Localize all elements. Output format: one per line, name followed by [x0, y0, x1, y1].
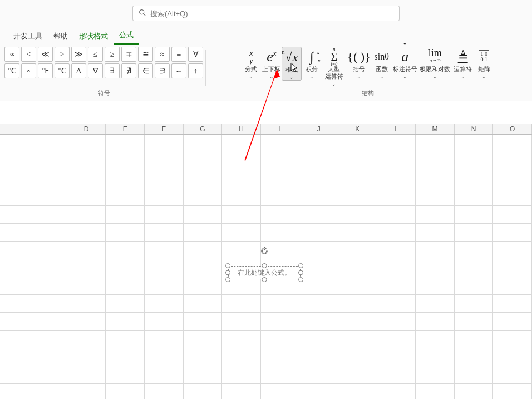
cell[interactable]: [377, 313, 416, 331]
cell[interactable]: [184, 366, 223, 384]
cell[interactable]: [377, 277, 416, 295]
column-header[interactable]: O: [493, 124, 532, 134]
cell[interactable]: [261, 295, 300, 313]
cell[interactable]: [377, 348, 416, 366]
cell[interactable]: [222, 170, 261, 188]
struct-matrix-button[interactable]: 1 00 1 矩阵 ⌄: [474, 47, 494, 80]
symbol-button[interactable]: ↑: [188, 63, 203, 78]
cell[interactable]: [67, 224, 106, 242]
resize-handle-nw[interactable]: [225, 263, 230, 268]
cell[interactable]: [493, 224, 532, 242]
cell[interactable]: [416, 206, 455, 224]
cell[interactable]: [493, 152, 532, 170]
cell[interactable]: [184, 135, 223, 152]
cell[interactable]: [222, 188, 261, 206]
cell[interactable]: [145, 313, 184, 331]
cell[interactable]: [416, 384, 455, 399]
symbol-button[interactable]: ∄: [121, 63, 136, 78]
cell[interactable]: [455, 206, 494, 224]
resize-handle-sw[interactable]: [225, 277, 230, 282]
cell[interactable]: [145, 277, 184, 295]
cell[interactable]: [261, 366, 300, 384]
cell[interactable]: [0, 259, 67, 277]
cell[interactable]: [184, 384, 223, 399]
symbol-button[interactable]: ∋: [155, 63, 170, 78]
cell[interactable]: [67, 313, 106, 331]
cell[interactable]: [299, 295, 338, 313]
rotate-handle-icon[interactable]: [259, 246, 269, 258]
cell[interactable]: [299, 331, 338, 348]
cell[interactable]: [338, 135, 377, 152]
struct-script-button[interactable]: ex 上下标 ⌄: [261, 47, 282, 80]
cell[interactable]: [222, 206, 261, 224]
struct-fraction-button[interactable]: xy 分式 ⌄: [241, 47, 261, 80]
search-box[interactable]: [132, 6, 400, 21]
column-header[interactable]: G: [184, 124, 223, 134]
resize-handle-ne[interactable]: [298, 263, 303, 268]
search-input[interactable]: [150, 9, 393, 18]
resize-handle-n[interactable]: [262, 263, 267, 268]
cell[interactable]: [416, 366, 455, 384]
cell[interactable]: [145, 170, 184, 188]
cell[interactable]: [261, 170, 300, 188]
cell[interactable]: [493, 384, 532, 399]
cell[interactable]: [377, 188, 416, 206]
cell[interactable]: [145, 366, 184, 384]
tab-formula[interactable]: 公式: [114, 28, 139, 45]
cell[interactable]: [106, 224, 145, 242]
cell[interactable]: [455, 242, 494, 259]
cell[interactable]: [493, 331, 532, 348]
cell[interactable]: [455, 313, 494, 331]
cell[interactable]: [377, 224, 416, 242]
cell[interactable]: [416, 224, 455, 242]
cell[interactable]: [222, 224, 261, 242]
struct-radical-button[interactable]: n√x 根式 ⌄: [282, 47, 302, 81]
cell[interactable]: [106, 242, 145, 259]
cell[interactable]: [67, 206, 106, 224]
cell[interactable]: [455, 295, 494, 313]
column-header[interactable]: [0, 124, 67, 134]
cell[interactable]: [493, 170, 532, 188]
resize-handle-se[interactable]: [298, 277, 303, 282]
cell[interactable]: [493, 206, 532, 224]
cell[interactable]: [299, 224, 338, 242]
cell[interactable]: [106, 331, 145, 348]
cell[interactable]: [455, 331, 494, 348]
cell[interactable]: [261, 188, 300, 206]
cell[interactable]: [261, 135, 300, 152]
cell[interactable]: [184, 331, 223, 348]
cell[interactable]: [455, 259, 494, 277]
cell[interactable]: [455, 384, 494, 399]
cell[interactable]: [338, 152, 377, 170]
symbol-button[interactable]: ≤: [88, 47, 103, 62]
cell[interactable]: [145, 331, 184, 348]
cell[interactable]: [106, 259, 145, 277]
struct-largeop-button[interactable]: nΣi=0 大型 运算符 ⌄: [322, 47, 346, 87]
cell[interactable]: [222, 242, 261, 259]
symbol-button[interactable]: ≡: [171, 47, 186, 62]
cell[interactable]: [299, 366, 338, 384]
cell[interactable]: [0, 277, 67, 295]
symbol-button[interactable]: >: [55, 47, 70, 62]
cell[interactable]: [184, 170, 223, 188]
cell[interactable]: [0, 135, 67, 152]
column-header[interactable]: M: [416, 124, 455, 134]
cell[interactable]: [67, 259, 106, 277]
cell[interactable]: [0, 224, 67, 242]
cell[interactable]: [0, 295, 67, 313]
column-header[interactable]: J: [299, 124, 338, 134]
cell[interactable]: [261, 331, 300, 348]
tab-developer[interactable]: 开发工具: [8, 29, 48, 45]
cell[interactable]: [338, 242, 377, 259]
cell[interactable]: [261, 313, 300, 331]
cell[interactable]: [184, 295, 223, 313]
cell[interactable]: [338, 206, 377, 224]
cell[interactable]: [106, 170, 145, 188]
cell[interactable]: [145, 259, 184, 277]
cell[interactable]: [106, 295, 145, 313]
cell[interactable]: [377, 331, 416, 348]
cell[interactable]: [377, 259, 416, 277]
cell[interactable]: [455, 135, 494, 152]
cell[interactable]: [222, 152, 261, 170]
symbol-button[interactable]: ∈: [138, 63, 153, 78]
